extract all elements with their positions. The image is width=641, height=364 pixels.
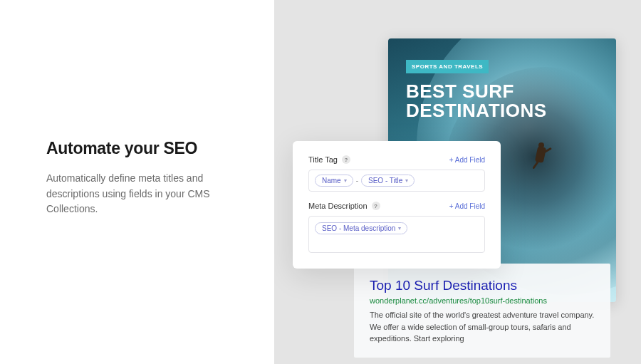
- field-token[interactable]: Name ▾: [315, 175, 353, 187]
- preview-area: SPORTS AND TRAVELS BEST SURF DESTINATION…: [274, 0, 641, 364]
- title-tag-input[interactable]: Name ▾ - SEO - Title ▾: [308, 170, 485, 192]
- meta-description-field: Meta Description ? + Add Field SEO - Met…: [308, 202, 485, 253]
- feature-body: Automatically define meta titles and des…: [46, 171, 239, 217]
- chevron-down-icon: ▾: [405, 177, 408, 184]
- search-result-preview: Top 10 Surf Destinations wonderplanet.cc…: [354, 264, 610, 358]
- title-tag-field: Title Tag ? + Add Field Name ▾ - SEO - T…: [308, 155, 485, 192]
- token-label: Name: [322, 177, 341, 184]
- seo-settings-panel: Title Tag ? + Add Field Name ▾ - SEO - T…: [293, 141, 501, 269]
- surfer-figure: [529, 144, 552, 172]
- add-field-button[interactable]: + Add Field: [449, 202, 485, 210]
- field-token[interactable]: SEO - Title ▾: [361, 175, 415, 187]
- meta-description-input[interactable]: SEO - Meta description ▾: [308, 216, 485, 253]
- help-icon[interactable]: ?: [372, 202, 380, 210]
- category-badge: SPORTS AND TRAVELS: [406, 60, 489, 73]
- feature-heading: Automate your SEO: [46, 139, 274, 158]
- token-label: SEO - Meta description: [322, 224, 395, 232]
- hero-title: BEST SURF DESTINATIONS: [406, 82, 548, 121]
- feature-description: Automate your SEO Automatically define m…: [0, 0, 274, 364]
- help-icon[interactable]: ?: [342, 155, 350, 164]
- chevron-down-icon: ▾: [344, 177, 347, 184]
- serp-url: wonderplanet.cc/adventures/top10surf-des…: [370, 296, 595, 305]
- token-separator: -: [356, 177, 358, 184]
- serp-description: The official site of the world's greates…: [370, 309, 595, 345]
- title-tag-label: Title Tag: [308, 155, 338, 164]
- chevron-down-icon: ▾: [398, 225, 401, 232]
- field-token[interactable]: SEO - Meta description ▾: [315, 222, 407, 234]
- meta-description-label: Meta Description: [308, 202, 368, 210]
- add-field-button[interactable]: + Add Field: [449, 156, 485, 164]
- token-label: SEO - Title: [368, 177, 402, 184]
- serp-title: Top 10 Surf Destinations: [370, 278, 595, 293]
